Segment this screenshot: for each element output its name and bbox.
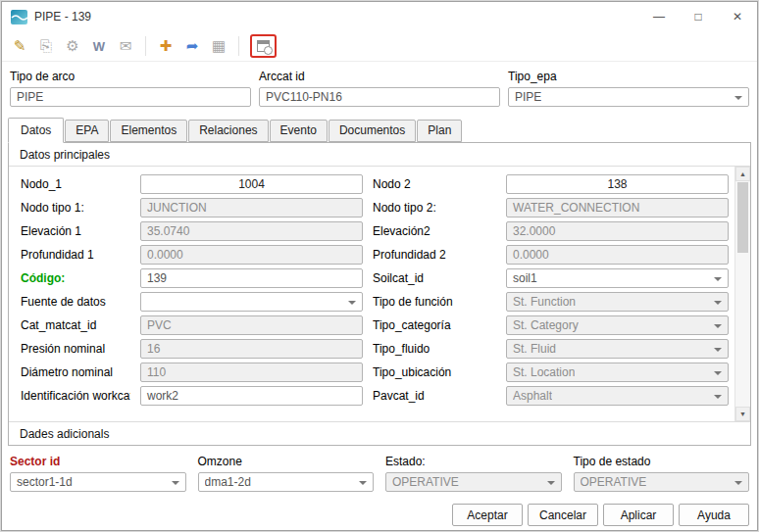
date-picker-button[interactable]	[250, 34, 277, 58]
sector-id-select[interactable]: sector1-1d	[10, 472, 186, 492]
toolbar-separator	[238, 36, 239, 56]
soilcat-id-select[interactable]: soil1	[506, 268, 729, 288]
sector-id-group: Sector id sector1-1d	[10, 455, 186, 492]
codigo-field[interactable]: 139	[140, 268, 363, 288]
tipo-categoria-label: Tipo_categoría	[373, 318, 496, 332]
dades-adicionals-header[interactable]: Dades adicionals	[9, 421, 750, 445]
chevron-down-icon	[734, 96, 742, 100]
nodo-tipo-1-label: Nodo tipo 1:	[21, 201, 130, 215]
arccat-id-field[interactable]: PVC110-PN16	[259, 87, 500, 107]
dialog-buttons: Aceptar Cancelar Aplicar Ayuda	[2, 496, 757, 526]
omzone-label: Omzone	[198, 455, 375, 468]
estado-group: Estado: OPERATIVE	[385, 455, 562, 492]
datos-principales-header[interactable]: Datos principales	[9, 143, 750, 167]
tab-elementos[interactable]: Elementos	[110, 120, 187, 142]
aplicar-button[interactable]: Aplicar	[603, 504, 674, 526]
tipo-de-estado-label: Tipo de estado	[574, 455, 750, 468]
cat-matcat-id-label: Cat_matcat_id	[21, 318, 130, 332]
date-picker-icon	[257, 40, 270, 52]
nodo-1-field[interactable]: 1004	[140, 174, 363, 194]
tab-documentos[interactable]: Documentos	[329, 120, 416, 142]
profundidad-2-label: Profundidad 2	[373, 248, 496, 262]
aceptar-button[interactable]: Aceptar	[452, 504, 523, 526]
chevron-down-icon	[714, 395, 722, 399]
sector-id-label: Sector id	[10, 455, 186, 468]
scrollbar-thumb[interactable]	[737, 182, 748, 253]
cancelar-button[interactable]: Cancelar	[528, 504, 598, 526]
minimize-button[interactable]: —	[639, 2, 679, 31]
tipo-de-funcion-value: St. Function	[513, 295, 576, 309]
bottom-fields: Sector id sector1-1d Omzone dma1-2d Esta…	[2, 446, 757, 496]
estado-value: OPERATIVE	[392, 475, 459, 489]
toolbar-separator	[145, 36, 146, 56]
tipo-de-arco-field[interactable]: PIPE	[10, 87, 251, 107]
vertical-scrollbar[interactable]: ▲ ▼	[734, 167, 750, 421]
chevron-down-icon	[348, 301, 356, 305]
tipo-de-estado-group: Tipo de estado OPERATIVE	[574, 455, 750, 492]
tipo-epa-select[interactable]: PIPE	[508, 87, 749, 107]
close-button[interactable]: ✕	[718, 2, 757, 31]
omzone-group: Omzone dma1-2d	[198, 455, 375, 492]
omzone-value: dma1-2d	[205, 475, 251, 489]
tipo-categoria-value: St. Category	[513, 318, 579, 332]
forward-icon[interactable]: ➦	[180, 34, 204, 58]
tipo-epa-value: PIPE	[515, 90, 541, 104]
toolbar: ✎ ⎘ ⚙ W ✉ ✚ ➦ ▦	[2, 31, 757, 62]
estado-select[interactable]: OPERATIVE	[385, 472, 562, 492]
tab-epa[interactable]: EPA	[65, 120, 109, 142]
window-controls: — □ ✕	[639, 2, 757, 31]
presion-nominal-field: 16	[140, 339, 363, 359]
identificacion-workcat-label: Identificación workcat	[21, 389, 130, 403]
image-icon[interactable]: ▦	[207, 34, 230, 58]
arccat-id-label: Arccat id	[259, 70, 500, 83]
identificacion-workcat-field[interactable]: work2	[140, 386, 363, 406]
fuente-de-datos-select[interactable]	[140, 292, 363, 312]
form-area: Nodo_1 1004 Nodo 2 138 Nodo tipo 1: JUNC…	[9, 167, 750, 421]
add-element-icon[interactable]: ✚	[154, 34, 177, 58]
scroll-up-icon[interactable]: ▲	[735, 167, 750, 181]
omzone-select[interactable]: dma1-2d	[198, 472, 375, 492]
chevron-down-icon	[714, 348, 722, 352]
soilcat-id-value: soil1	[513, 271, 537, 285]
chevron-down-icon	[172, 481, 179, 485]
nodo-2-field[interactable]: 138	[506, 174, 729, 194]
copy-icon[interactable]: ⎘	[34, 34, 58, 58]
edit-icon[interactable]: ✎	[8, 34, 31, 58]
tab-datos[interactable]: Datos	[8, 118, 64, 143]
arccat-id-group: Arccat id PVC110-PN16	[259, 70, 500, 107]
chevron-down-icon	[359, 481, 367, 485]
word-export-icon[interactable]: W	[87, 34, 111, 58]
chevron-down-icon	[734, 481, 742, 485]
elevacion-1-label: Elevación 1	[21, 224, 130, 238]
sector-id-value: sector1-1d	[17, 475, 73, 489]
maximize-button[interactable]: □	[679, 2, 718, 31]
tipo-fluido-value: St. Fluid	[513, 342, 556, 356]
ayuda-button[interactable]: Ayuda	[679, 504, 749, 526]
settings-icon[interactable]: ⚙	[61, 34, 84, 58]
tipo-ubicacion-value: St. Location	[513, 365, 575, 379]
tab-bar: Datos EPA Elementos Relaciones Evento Do…	[2, 114, 757, 142]
chevron-down-icon	[714, 324, 722, 328]
chevron-down-icon	[714, 277, 722, 281]
tab-evento[interactable]: Evento	[270, 120, 328, 142]
tipo-de-arco-label: Tipo de arco	[10, 70, 251, 83]
nodo-tipo-1-field: JUNCTION	[140, 198, 363, 218]
chevron-down-icon	[714, 301, 722, 305]
tipo-categoria-select: St. Category	[506, 315, 729, 335]
pavcat-id-value: Asphalt	[513, 389, 552, 403]
tipo-fluido-label: Tipo_fluido	[373, 342, 496, 356]
mail-icon[interactable]: ✉	[114, 34, 137, 58]
nodo-2-label: Nodo 2	[373, 177, 496, 191]
scrollbar-track[interactable]	[735, 181, 750, 407]
window-title: PIPE - 139	[34, 10, 91, 24]
tipo-epa-label: Tipo_epa	[508, 70, 749, 83]
tipo-de-arco-group: Tipo de arco PIPE	[10, 70, 251, 107]
tab-plan[interactable]: Plan	[417, 120, 462, 142]
tipo-epa-group: Tipo_epa PIPE	[508, 70, 749, 107]
app-icon	[11, 9, 27, 25]
chevron-down-icon	[714, 371, 722, 375]
nodo-tipo-2-field: WATER_CONNECTION	[506, 198, 729, 218]
tipo-de-estado-select[interactable]: OPERATIVE	[574, 472, 750, 492]
tab-relaciones[interactable]: Relaciones	[188, 120, 268, 142]
scroll-down-icon[interactable]: ▼	[735, 407, 750, 421]
